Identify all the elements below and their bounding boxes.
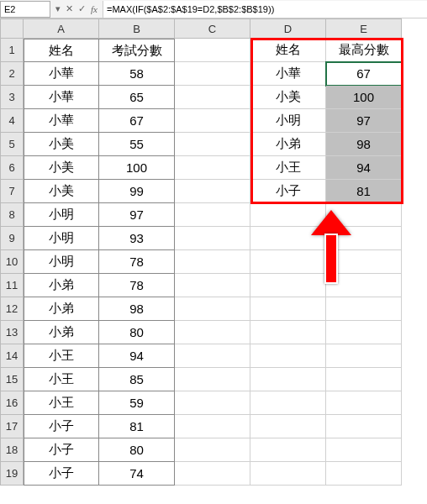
cell[interactable]: 58: [99, 62, 175, 86]
cell[interactable]: 94: [99, 344, 175, 368]
cell[interactable]: 100: [326, 86, 402, 109]
row-header[interactable]: 14: [0, 344, 24, 368]
row-header[interactable]: 15: [0, 368, 24, 391]
cell[interactable]: [175, 462, 250, 486]
cell[interactable]: 94: [326, 156, 402, 180]
cell[interactable]: 98: [326, 133, 402, 156]
cell[interactable]: [326, 203, 402, 227]
cell[interactable]: [326, 227, 402, 250]
cell[interactable]: 最高分數: [326, 39, 402, 62]
cell[interactable]: 67: [99, 109, 175, 133]
cell[interactable]: 小王: [24, 368, 99, 391]
cell[interactable]: 小弟: [250, 133, 326, 156]
cell[interactable]: [250, 368, 326, 391]
cell[interactable]: 小美: [24, 133, 99, 156]
cell[interactable]: 55: [99, 133, 175, 156]
cell[interactable]: 74: [99, 462, 175, 486]
row-header[interactable]: 19: [0, 462, 24, 486]
row-header[interactable]: 2: [0, 62, 24, 86]
row-header[interactable]: 10: [0, 250, 24, 274]
cell[interactable]: [175, 39, 250, 62]
row-header[interactable]: 5: [0, 133, 24, 156]
cell[interactable]: [175, 250, 250, 274]
cell[interactable]: [175, 344, 250, 368]
cell[interactable]: 小華: [24, 86, 99, 109]
cell[interactable]: [250, 274, 326, 297]
cell[interactable]: 59: [99, 391, 175, 415]
cell[interactable]: 小弟: [24, 321, 99, 344]
cell[interactable]: 小明: [250, 109, 326, 133]
cell[interactable]: 99: [99, 180, 175, 203]
cell[interactable]: 小明: [24, 203, 99, 227]
column-header[interactable]: D: [250, 18, 326, 39]
cell[interactable]: [326, 321, 402, 344]
cell[interactable]: 小弟: [24, 297, 99, 321]
cell[interactable]: 姓名: [24, 39, 99, 62]
cell[interactable]: [175, 156, 250, 180]
cell[interactable]: 97: [326, 109, 402, 133]
cell[interactable]: [250, 250, 326, 274]
cell[interactable]: [250, 344, 326, 368]
cell[interactable]: [175, 368, 250, 391]
cell[interactable]: [175, 274, 250, 297]
row-header[interactable]: 4: [0, 109, 24, 133]
cell[interactable]: 小華: [24, 109, 99, 133]
cell[interactable]: 小子: [250, 180, 326, 203]
cell[interactable]: 80: [99, 438, 175, 462]
cancel-icon[interactable]: ✕: [66, 3, 73, 14]
cell[interactable]: 小王: [24, 344, 99, 368]
cell[interactable]: 98: [99, 297, 175, 321]
row-header[interactable]: 6: [0, 156, 24, 180]
cell[interactable]: [326, 462, 402, 486]
active-cell[interactable]: 67: [326, 62, 402, 86]
cell[interactable]: [250, 415, 326, 438]
cell[interactable]: [326, 438, 402, 462]
cell[interactable]: [250, 462, 326, 486]
cell[interactable]: 小華: [250, 62, 326, 86]
row-header[interactable]: 12: [0, 297, 24, 321]
row-header[interactable]: 17: [0, 415, 24, 438]
cell[interactable]: 小子: [24, 438, 99, 462]
row-header[interactable]: 9: [0, 227, 24, 250]
cell[interactable]: [175, 415, 250, 438]
cell[interactable]: 78: [99, 250, 175, 274]
cell[interactable]: 小子: [24, 462, 99, 486]
cell[interactable]: 小王: [24, 391, 99, 415]
cell[interactable]: 小華: [24, 62, 99, 86]
cell[interactable]: [326, 415, 402, 438]
column-header[interactable]: C: [175, 18, 250, 39]
cell[interactable]: [250, 321, 326, 344]
cell[interactable]: 小弟: [24, 274, 99, 297]
cell[interactable]: 小子: [24, 415, 99, 438]
cell[interactable]: [326, 250, 402, 274]
cell[interactable]: [326, 368, 402, 391]
cell[interactable]: [326, 274, 402, 297]
cell[interactable]: [175, 297, 250, 321]
cell[interactable]: [175, 180, 250, 203]
cell[interactable]: [175, 321, 250, 344]
select-all-corner[interactable]: [0, 18, 24, 39]
cell[interactable]: 78: [99, 274, 175, 297]
cell[interactable]: 小明: [24, 227, 99, 250]
cell[interactable]: [326, 344, 402, 368]
cell[interactable]: 80: [99, 321, 175, 344]
row-header[interactable]: 3: [0, 86, 24, 109]
cell[interactable]: 姓名: [250, 39, 326, 62]
enter-icon[interactable]: ✓: [78, 3, 86, 14]
cell[interactable]: 小美: [250, 86, 326, 109]
row-header[interactable]: 11: [0, 274, 24, 297]
column-header[interactable]: A: [24, 18, 99, 39]
row-header[interactable]: 16: [0, 391, 24, 415]
cell[interactable]: 97: [99, 203, 175, 227]
cell[interactable]: 65: [99, 86, 175, 109]
row-header[interactable]: 13: [0, 321, 24, 344]
cell[interactable]: 81: [326, 180, 402, 203]
cell[interactable]: 100: [99, 156, 175, 180]
column-header[interactable]: E: [326, 18, 402, 39]
worksheet-grid[interactable]: 1 2 3 4 5 6 7 8 9 10 11 12 13 14 15 16 1…: [0, 18, 427, 486]
cell[interactable]: [175, 391, 250, 415]
cell[interactable]: [250, 203, 326, 227]
cell[interactable]: 小明: [24, 250, 99, 274]
cell[interactable]: [175, 133, 250, 156]
cell[interactable]: 小王: [250, 156, 326, 180]
